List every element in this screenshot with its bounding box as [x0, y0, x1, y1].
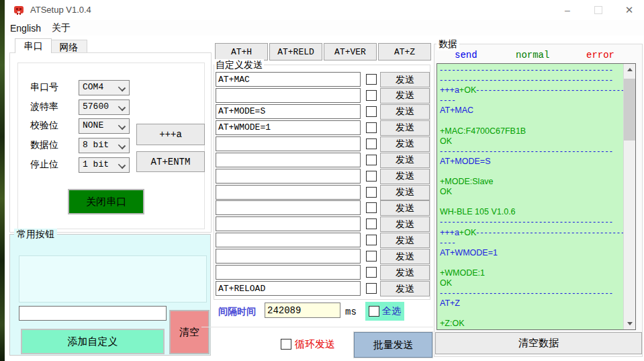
plus-plus-plus-a-button[interactable]: +++a [136, 124, 205, 145]
menu-item-english[interactable]: English [10, 22, 41, 35]
send-button[interactable]: 发送 [380, 281, 430, 296]
log-line: +WMODE:1 [440, 268, 621, 278]
log-line: AT+MODE=S [440, 157, 621, 167]
custom-send-input[interactable] [216, 265, 361, 280]
custom-send-input[interactable] [216, 104, 361, 119]
send-button[interactable]: 发送 [380, 216, 430, 232]
custom-send-checkbox[interactable] [366, 138, 377, 149]
send-button[interactable]: 发送 [380, 233, 430, 248]
custom-send-row: 发送 [216, 265, 429, 280]
log-line [440, 197, 621, 207]
custom-send-input[interactable] [216, 249, 361, 264]
custom-send-checkbox[interactable] [366, 90, 377, 101]
custom-send-row: 发送 [216, 104, 429, 119]
custom-send-rows: 发送发送发送发送发送发送发送发送发送发送发送发送发送发送 [216, 72, 429, 298]
dropdown-value: NONE [83, 120, 103, 130]
serial-field-row: 串口号COM4 [30, 80, 198, 94]
custom-send-input[interactable] [216, 72, 361, 87]
log-line [440, 258, 621, 268]
field-dropdown[interactable]: NONE [79, 118, 130, 134]
custom-send-checkbox[interactable] [366, 251, 377, 262]
custom-send-input[interactable] [216, 88, 361, 103]
scroll-up-icon[interactable] [624, 64, 635, 75]
clear-data-button[interactable]: 清空数据 [435, 332, 642, 354]
select-all-checkbox[interactable] [369, 306, 379, 317]
field-dropdown[interactable]: COM4 [79, 80, 130, 95]
menu-item-about[interactable]: 关于 [52, 22, 71, 35]
app-icon [13, 5, 24, 15]
custom-send-input[interactable] [216, 136, 361, 151]
send-button[interactable]: 发送 [380, 169, 430, 184]
clear-common-button[interactable]: 清空 [169, 310, 210, 354]
send-button[interactable]: 发送 [380, 104, 430, 120]
custom-send-row: 发送 [216, 233, 429, 247]
minimize-button[interactable]: – [552, 0, 583, 20]
send-button[interactable]: 发送 [380, 120, 430, 136]
custom-send-row: 发送 [216, 136, 429, 151]
custom-send-checkbox[interactable] [366, 218, 377, 229]
close-button[interactable]: ✕ [614, 0, 644, 20]
loop-send-label: 循环发送 [295, 338, 335, 351]
custom-send-checkbox[interactable] [366, 171, 377, 182]
tab-serial[interactable]: 串口 [15, 38, 52, 53]
dropdown-value: 8 bit [83, 140, 109, 150]
custom-send-input[interactable] [216, 153, 361, 167]
custom-send-row: 发送 [216, 88, 429, 103]
custom-send-checkbox[interactable] [366, 267, 377, 278]
custom-send-checkbox[interactable] [366, 202, 377, 213]
field-dropdown[interactable]: 1 bit [79, 157, 130, 173]
custom-send-checkbox[interactable] [366, 283, 377, 294]
custom-send-row: 发送 [216, 169, 429, 184]
common-buttons-list[interactable] [19, 255, 207, 303]
custom-send-input[interactable] [216, 216, 361, 231]
quick-at-buttons: AT+HAT+RELDAT+VERAT+Z [215, 43, 431, 59]
close-serial-port-button[interactable]: 关闭串口 [68, 189, 144, 214]
field-dropdown[interactable]: 57600 [79, 99, 130, 115]
maximize-button[interactable] [583, 0, 614, 20]
quick-button-atz[interactable]: AT+Z [378, 43, 431, 61]
custom-send-group-title: 自定义发送 [214, 59, 264, 71]
data-log-area[interactable]: ----------------------------------------… [436, 63, 636, 330]
quick-button-ath[interactable]: AT+H [215, 43, 268, 61]
log-line: +++a+OK---------------------------------… [440, 85, 621, 95]
custom-send-checkbox[interactable] [366, 155, 377, 165]
interval-unit-label: ms [345, 307, 357, 317]
custom-send-input[interactable] [216, 169, 361, 184]
custom-send-checkbox[interactable] [366, 235, 377, 245]
minimize-icon: – [565, 5, 570, 15]
custom-send-input[interactable] [216, 281, 361, 296]
select-all-block: 全选 [365, 302, 404, 321]
custom-send-input[interactable] [216, 185, 361, 200]
quick-button-atreld[interactable]: AT+RELD [269, 43, 322, 61]
send-button[interactable]: 发送 [380, 265, 430, 280]
custom-send-input[interactable] [216, 200, 361, 215]
custom-send-input[interactable] [216, 120, 361, 135]
log-line: +MODE:Slave [440, 177, 621, 187]
field-dropdown[interactable]: 8 bit [79, 138, 130, 153]
custom-send-checkbox[interactable] [366, 106, 377, 117]
at-entm-button[interactable]: AT+ENTM [136, 151, 205, 172]
log-line: AT+MAC [440, 106, 621, 116]
send-button[interactable]: 发送 [380, 153, 430, 168]
batch-send-button[interactable]: 批量发送 [354, 332, 432, 358]
scroll-down-icon[interactable] [624, 318, 635, 329]
log-scrollbar[interactable] [623, 64, 635, 329]
custom-send-input[interactable] [216, 233, 361, 247]
loop-send-checkbox[interactable] [281, 339, 291, 350]
log-line: ----------------------------------------… [440, 75, 621, 85]
custom-send-checkbox[interactable] [366, 74, 377, 85]
common-button-name-input[interactable] [19, 306, 167, 321]
add-custom-button[interactable]: 添加自定义 [21, 329, 165, 354]
send-button[interactable]: 发送 [380, 200, 430, 216]
scrollbar-thumb[interactable] [624, 79, 635, 141]
send-button[interactable]: 发送 [380, 249, 430, 264]
interval-time-input[interactable] [265, 303, 340, 318]
send-button[interactable]: 发送 [380, 185, 430, 200]
custom-send-checkbox[interactable] [366, 187, 377, 198]
quick-button-atver[interactable]: AT+VER [324, 43, 377, 61]
custom-send-checkbox[interactable] [366, 122, 377, 133]
log-line: OK [440, 278, 621, 288]
send-button[interactable]: 发送 [380, 72, 430, 87]
send-button[interactable]: 发送 [380, 136, 430, 152]
send-button[interactable]: 发送 [380, 88, 430, 104]
